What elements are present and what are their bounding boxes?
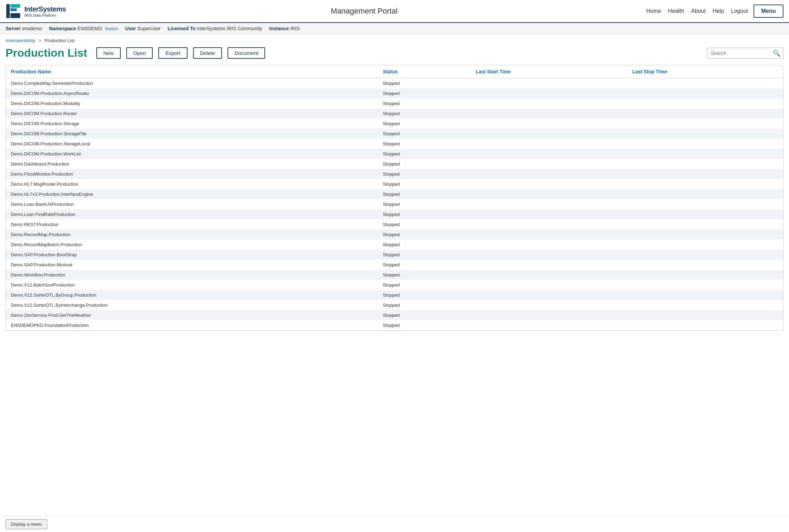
production-name-cell[interactable]: Demo.X12.BatchSortProduction: [6, 280, 378, 290]
last-stop-cell: [628, 229, 783, 240]
switch-link[interactable]: Switch: [105, 26, 118, 31]
status-cell: Stopped: [378, 129, 471, 139]
namespace-label: Namespace: [49, 26, 76, 31]
production-name-cell[interactable]: Demo.Workflow.Production: [6, 270, 378, 280]
production-name-cell[interactable]: Demo.Dashboard.Production: [6, 159, 378, 169]
last-start-cell: [471, 270, 627, 280]
production-name-cell[interactable]: Demo.DICOM.Production.StorageLocal: [6, 139, 378, 149]
svg-rect-3: [10, 13, 20, 18]
status-cell: Stopped: [378, 159, 471, 169]
status-cell: Stopped: [378, 310, 471, 320]
table-row[interactable]: Demo.DICOM.Production.RouterStopped: [6, 108, 783, 119]
nav-home[interactable]: Home: [646, 8, 661, 14]
col-last-stop-time: Last Stop Time: [628, 65, 783, 78]
table-row[interactable]: Demo.X12.SorterDTL.ByGroup.ProductionSto…: [6, 290, 783, 300]
last-stop-cell: [628, 199, 783, 209]
production-name-cell[interactable]: Demo.X12.SorterDTL.ByInterchange.Product…: [6, 300, 378, 310]
last-stop-cell: [628, 139, 783, 149]
last-stop-cell: [628, 159, 783, 169]
table-row[interactable]: Demo.Loan.FindRateProductionStopped: [6, 209, 783, 219]
last-start-cell: [471, 219, 627, 229]
production-name-cell[interactable]: Demo.Loan.BankUSProduction: [6, 199, 378, 209]
production-name-cell[interactable]: Demo.ComplexMap.SemesterProduction: [6, 78, 378, 89]
status-cell: Stopped: [378, 219, 471, 229]
production-name-cell[interactable]: Demo.FloodMonitor.Production: [6, 169, 378, 179]
table-row[interactable]: Demo.DICOM.Production.StorageFileStopped: [6, 129, 783, 139]
production-name-cell[interactable]: Demo.RecordMapBatch.Production: [6, 240, 378, 250]
table-row[interactable]: Demo.RecordMapBatch.ProductionStopped: [6, 240, 783, 250]
table-row[interactable]: Demo.DICOM.Production.StorageLocalStoppe…: [6, 139, 783, 149]
status-cell: Stopped: [378, 250, 471, 260]
production-name-cell[interactable]: Demo.DICOM.Production.Storage: [6, 119, 378, 129]
table-row[interactable]: Demo.DICOM.Production.AsyncRouterStopped: [6, 88, 783, 98]
search-input[interactable]: [707, 48, 770, 58]
table-row[interactable]: Demo.RecordMap.ProductionStopped: [6, 229, 783, 240]
last-start-cell: [471, 300, 627, 310]
status-cell: Stopped: [378, 179, 471, 189]
production-name-cell[interactable]: Demo.HL7v3.Production.InterfaceEngine: [6, 189, 378, 199]
table-row[interactable]: Demo.Workflow.ProductionStopped: [6, 270, 783, 280]
table-row[interactable]: Demo.Loan.BankUSProductionStopped: [6, 199, 783, 209]
nav-about[interactable]: About: [691, 8, 706, 14]
svg-rect-1: [10, 4, 20, 8]
licensed-label: Licensed To: [168, 26, 196, 31]
production-name-cell[interactable]: Demo.DICOM.Production.Modality: [6, 98, 378, 108]
table-row[interactable]: Demo.DICOM.Production.StorageStopped: [6, 119, 783, 129]
table-row[interactable]: Demo.X12.SorterDTL.ByInterchange.Product…: [6, 300, 783, 310]
nav-help[interactable]: Help: [712, 8, 724, 14]
nav-links: Home Health About Help Logout: [646, 8, 748, 14]
nav-logout[interactable]: Logout: [731, 8, 748, 14]
menu-button[interactable]: Menu: [754, 5, 783, 18]
table-row[interactable]: Demo.SAP.Production.MinimalStopped: [6, 260, 783, 270]
delete-button[interactable]: Delete: [193, 47, 222, 59]
table-row[interactable]: Demo.HL7.MsgRouter.ProductionStopped: [6, 179, 783, 189]
table-row[interactable]: Demo.DICOM.Production.ModalityStopped: [6, 98, 783, 108]
production-name-cell[interactable]: Demo.Loan.FindRateProduction: [6, 209, 378, 219]
breadcrumb: Interoperability > Production List: [0, 34, 789, 45]
logo-area: InterSystems IRIS Data Platform: [6, 3, 82, 19]
nav-health[interactable]: Health: [668, 8, 684, 14]
production-name-cell[interactable]: Demo.SAP.Production.BootStrap: [6, 250, 378, 260]
table-row[interactable]: Demo.REST.ProductionStopped: [6, 219, 783, 229]
table-row[interactable]: Demo.X12.BatchSortProductionStopped: [6, 280, 783, 290]
last-start-cell: [471, 199, 627, 209]
production-name-cell[interactable]: Demo.SAP.Production.Minimal: [6, 260, 378, 270]
production-name-cell[interactable]: ENSDEMOPKG.FoundationProduction: [6, 320, 378, 330]
last-stop-cell: [628, 270, 783, 280]
production-name-cell[interactable]: Demo.HL7.MsgRouter.Production: [6, 179, 378, 189]
breadcrumb-parent[interactable]: Interoperability: [6, 38, 35, 43]
document-button[interactable]: Document: [228, 47, 265, 59]
production-name-cell[interactable]: Demo.ZenService.Prod.GetTheWeather: [6, 310, 378, 320]
table-row[interactable]: Demo.ComplexMap.SemesterProductionStoppe…: [6, 78, 783, 89]
breadcrumb-separator: >: [39, 38, 41, 43]
status-cell: Stopped: [378, 280, 471, 290]
last-start-cell: [471, 179, 627, 189]
last-stop-cell: [628, 179, 783, 189]
last-start-cell: [471, 250, 627, 260]
search-button[interactable]: 🔍: [770, 48, 783, 58]
table-row[interactable]: Demo.ZenService.Prod.GetTheWeatherStoppe…: [6, 310, 783, 320]
table-row[interactable]: Demo.SAP.Production.BootStrapStopped: [6, 250, 783, 260]
production-name-cell[interactable]: Demo.REST.Production: [6, 219, 378, 229]
production-name-cell[interactable]: Demo.DICOM.Production.AsyncRouter: [6, 88, 378, 98]
user-label: User: [125, 26, 136, 31]
last-start-cell: [471, 78, 627, 89]
status-cell: Stopped: [378, 149, 471, 159]
table-row[interactable]: Demo.Dashboard.ProductionStopped: [6, 159, 783, 169]
production-name-cell[interactable]: Demo.DICOM.Production.WorkList: [6, 149, 378, 159]
table-row[interactable]: Demo.FloodMonitor.ProductionStopped: [6, 169, 783, 179]
status-cell: Stopped: [378, 189, 471, 199]
status-cell: Stopped: [378, 209, 471, 219]
open-button[interactable]: Open: [126, 47, 153, 59]
table-row[interactable]: ENSDEMOPKG.FoundationProductionStopped: [6, 320, 783, 330]
table-row[interactable]: Demo.HL7v3.Production.InterfaceEngineSto…: [6, 189, 783, 199]
production-name-cell[interactable]: Demo.X12.SorterDTL.ByGroup.Production: [6, 290, 378, 300]
new-button[interactable]: New: [96, 47, 121, 59]
production-name-cell[interactable]: Demo.RecordMap.Production: [6, 229, 378, 240]
export-button[interactable]: Export: [158, 47, 187, 59]
table-row[interactable]: Demo.DICOM.Production.WorkListStopped: [6, 149, 783, 159]
user-group: User SuperUser: [125, 26, 161, 31]
production-name-cell[interactable]: Demo.DICOM.Production.Router: [6, 108, 378, 119]
production-name-cell[interactable]: Demo.DICOM.Production.StorageFile: [6, 129, 378, 139]
page-header: Production List New Open Export Delete D…: [0, 45, 789, 64]
